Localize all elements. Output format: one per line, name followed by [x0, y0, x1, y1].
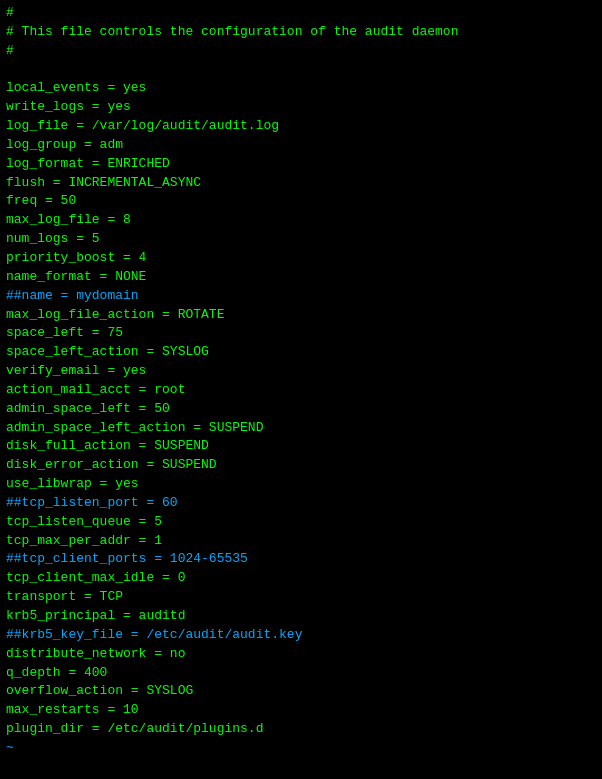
terminal-line: krb5_principal = auditd: [6, 607, 596, 626]
terminal-line: # This file controls the configuration o…: [6, 23, 596, 42]
terminal-line: verify_email = yes: [6, 362, 596, 381]
terminal-line: tcp_client_max_idle = 0: [6, 569, 596, 588]
terminal-line: space_left_action = SYSLOG: [6, 343, 596, 362]
terminal-line: tcp_max_per_addr = 1: [6, 532, 596, 551]
terminal-line: log_format = ENRICHED: [6, 155, 596, 174]
terminal-line: #: [6, 42, 596, 61]
terminal-line: [6, 61, 596, 80]
terminal-line: use_libwrap = yes: [6, 475, 596, 494]
terminal-line: overflow_action = SYSLOG: [6, 682, 596, 701]
terminal-line: local_events = yes: [6, 79, 596, 98]
terminal-line: write_logs = yes: [6, 98, 596, 117]
terminal-line: q_depth = 400: [6, 664, 596, 683]
terminal-line: max_log_file_action = ROTATE: [6, 306, 596, 325]
terminal-line: name_format = NONE: [6, 268, 596, 287]
terminal-line: transport = TCP: [6, 588, 596, 607]
terminal-line: #: [6, 4, 596, 23]
terminal-line: distribute_network = no: [6, 645, 596, 664]
terminal-line: priority_boost = 4: [6, 249, 596, 268]
terminal-window: ## This file controls the configuration …: [6, 4, 596, 779]
terminal-line: ##tcp_client_ports = 1024-65535: [6, 550, 596, 569]
terminal-line: admin_space_left = 50: [6, 400, 596, 419]
terminal-line: num_logs = 5: [6, 230, 596, 249]
terminal-line: max_restarts = 10: [6, 701, 596, 720]
terminal-line: disk_error_action = SUSPEND: [6, 456, 596, 475]
terminal-line: flush = INCREMENTAL_ASYNC: [6, 174, 596, 193]
terminal-line: disk_full_action = SUSPEND: [6, 437, 596, 456]
terminal-line: action_mail_acct = root: [6, 381, 596, 400]
terminal-line: admin_space_left_action = SUSPEND: [6, 419, 596, 438]
terminal-line: tcp_listen_queue = 5: [6, 513, 596, 532]
terminal-line: freq = 50: [6, 192, 596, 211]
terminal-line: ##krb5_key_file = /etc/audit/audit.key: [6, 626, 596, 645]
terminal-line: space_left = 75: [6, 324, 596, 343]
terminal-line: log_group = adm: [6, 136, 596, 155]
terminal-line: [6, 758, 596, 777]
terminal-line: ##tcp_listen_port = 60: [6, 494, 596, 513]
terminal-line: ~: [6, 739, 596, 758]
terminal-line: log_file = /var/log/audit/audit.log: [6, 117, 596, 136]
terminal-line: max_log_file = 8: [6, 211, 596, 230]
terminal-line: plugin_dir = /etc/audit/plugins.d: [6, 720, 596, 739]
terminal-line: ##name = mydomain: [6, 287, 596, 306]
